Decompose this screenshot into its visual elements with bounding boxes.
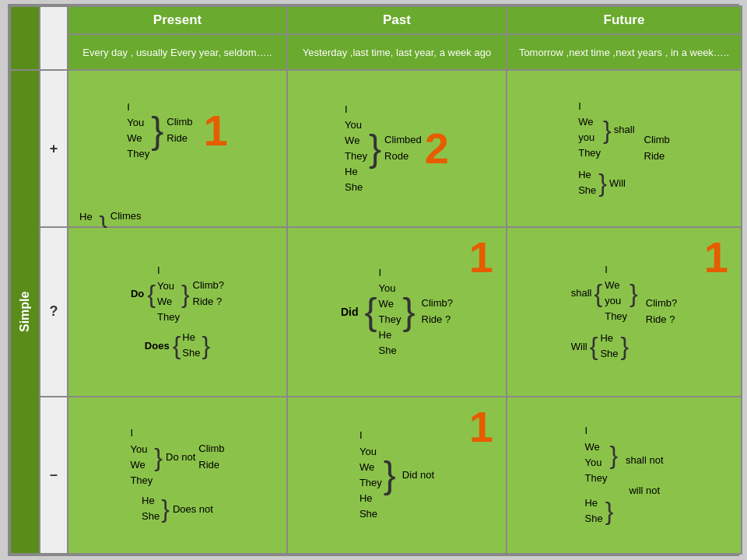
past-question-cell: 1 Did { IYouWeTheyHeShe } Climb?Ride ?	[287, 227, 507, 397]
subheader-past: Yesterday ,last time, last year, a week …	[287, 34, 507, 70]
verbs-past-plus: ClimbedRode	[384, 132, 422, 165]
aux-did-not: Did not	[402, 469, 434, 481]
verbs-minus-present: ClimbRide	[198, 441, 224, 474]
aux-will-not: will not	[626, 485, 663, 496]
aux-did-q: Did	[341, 306, 359, 318]
verbs-q-present: Climb?Ride ?	[193, 278, 224, 310]
aux-shall-q: shall	[571, 287, 592, 299]
pronouns-bot-future-q: HeShe	[600, 331, 618, 362]
pronouns-top-future-minus: IWeYouThey	[584, 423, 607, 486]
number-past-q: 1	[469, 236, 493, 279]
brace-top: }	[151, 112, 163, 149]
future-plus-cell: IWeyouThey } shall HeShe } Will Cli	[507, 70, 742, 227]
header-past: Past	[287, 6, 507, 34]
present-plus-cell: IYouWeThey } ClimbRide 1 HeShe }	[68, 70, 287, 227]
future-minus-cell: IWeYouThey } HeShe } shall not will not	[507, 397, 742, 554]
pronouns-bot-future-minus: HeShe	[584, 495, 602, 527]
number-future-q: 1	[704, 236, 728, 279]
verbs-future-plus: ClimbRide	[644, 132, 670, 165]
pronouns-top-minus-present: IYouWeThey	[130, 425, 153, 488]
verbs-past-q: Climb?Ride ?	[422, 296, 453, 328]
pronouns-past-plus: IYouWeTheyHeShe	[345, 102, 367, 196]
pronouns-bot-q-present: HeShe	[182, 330, 200, 361]
aux-shall-not: shall not	[626, 454, 663, 466]
aux-shall-future-plus: shall	[614, 124, 635, 135]
pronouns-bot-future-plus: HeShe	[578, 167, 596, 198]
aux-does-not: Does not	[173, 503, 213, 515]
aux-will-q: Will	[571, 341, 587, 352]
sign-plus: +	[40, 70, 68, 227]
past-minus-cell: 1 IYouWeTheyHeShe } Did not	[287, 397, 507, 554]
number-past-plus: 2	[425, 127, 449, 170]
number-past-minus: 1	[469, 405, 493, 449]
present-question-cell: Do { IYouWeThey } Climb?Ride ? Does	[68, 227, 287, 397]
aux-will-future-plus: Will	[609, 177, 626, 189]
future-question-cell: 1 shall { IWeyouThey } Will {	[507, 227, 742, 397]
header-future: Future	[507, 6, 742, 34]
past-plus-cell: IYouWeTheyHeShe } ClimbedRode 2	[287, 70, 507, 227]
present-minus-cell: IYouWeThey } Do not ClimbRide HeShe } D	[68, 397, 287, 554]
row-label-simple: Simple	[10, 70, 40, 554]
aux-does: Does	[145, 340, 170, 352]
number-present-plus: 1	[204, 109, 228, 152]
header-present: Present	[68, 6, 287, 34]
sign-question: ?	[40, 227, 68, 397]
verbs-top-present-plus: ClimbRide	[167, 114, 192, 147]
subheader-future: Tomorrow ,next time ,next years , in a w…	[507, 34, 742, 70]
pronouns-top-plus-present: IYouWeThey	[127, 100, 149, 163]
pronouns-top-q-present: IYouWeThey	[157, 263, 180, 326]
pronouns-top-future-plus: IWeyouThey	[578, 99, 601, 162]
verbs-future-q: Climb?Ride ?	[646, 296, 677, 328]
brace-past-plus: }	[369, 130, 381, 167]
pronouns-bot-minus-present: HeShe	[142, 493, 160, 524]
aux-do-not: Do not	[166, 451, 195, 463]
aux-do: Do	[131, 288, 144, 299]
pronouns-top-future-q: IWeyouThey	[605, 262, 627, 325]
sign-minus: –	[40, 397, 68, 554]
pronouns-past-minus: IYouWeTheyHeShe	[359, 428, 382, 522]
grammar-table: Present Past Future Every day , usually …	[8, 4, 739, 556]
pronouns-past-q: IYouWeTheyHeShe	[379, 265, 402, 359]
